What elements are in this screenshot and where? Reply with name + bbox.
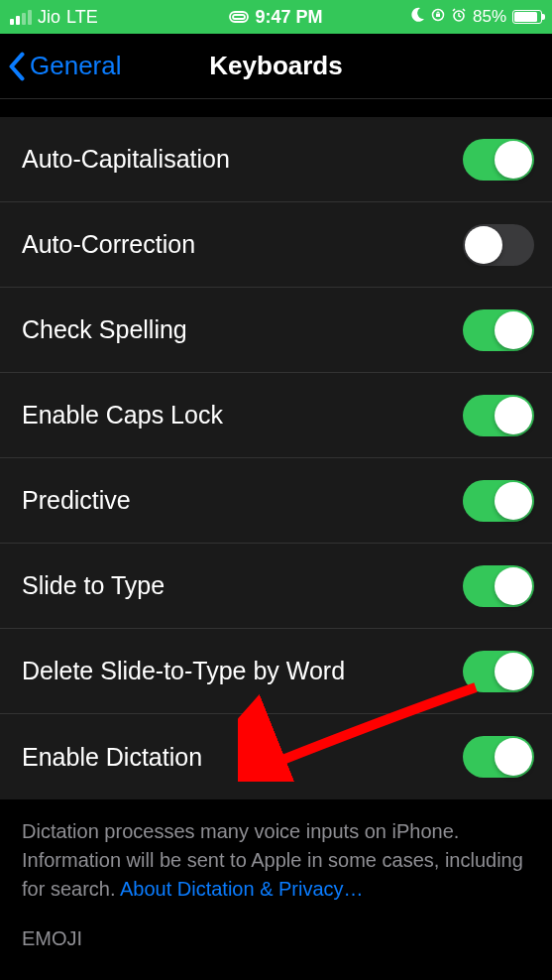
- back-label: General: [30, 51, 122, 81]
- battery-pct: 85%: [473, 7, 506, 27]
- setting-label: Predictive: [22, 486, 131, 515]
- signal-icon: [10, 10, 32, 25]
- setting-label: Slide to Type: [22, 571, 165, 600]
- status-right: 85%: [323, 7, 542, 28]
- setting-delete-slide-to-type[interactable]: Delete Slide-to-Type by Word: [0, 629, 552, 714]
- setting-label: Enable Caps Lock: [22, 401, 223, 429]
- battery-icon: [512, 10, 542, 24]
- nav-bar: General Keyboards: [0, 34, 552, 99]
- setting-label: Auto-Correction: [22, 230, 195, 259]
- setting-predictive[interactable]: Predictive: [0, 458, 552, 544]
- section-header-cutoff: EMOJI: [0, 904, 552, 950]
- toggle-switch[interactable]: [463, 139, 534, 181]
- chevron-left-icon: [8, 52, 26, 81]
- time-label: 9:47 PM: [255, 7, 322, 28]
- lock-icon: [431, 7, 445, 27]
- network-label: LTE: [66, 7, 98, 28]
- hotspot-icon: [229, 7, 249, 28]
- carrier-label: Jio: [38, 7, 60, 28]
- alarm-icon: [451, 7, 467, 28]
- setting-slide-to-type[interactable]: Slide to Type: [0, 544, 552, 629]
- setting-check-spelling[interactable]: Check Spelling: [0, 288, 552, 373]
- setting-auto-capitalisation[interactable]: Auto-Capitalisation: [0, 117, 552, 202]
- toggle-switch[interactable]: [463, 651, 534, 692]
- toggle-switch[interactable]: [463, 480, 534, 522]
- dictation-privacy-link[interactable]: About Dictation & Privacy…: [120, 878, 364, 900]
- toggle-switch[interactable]: [463, 565, 534, 607]
- toggle-switch[interactable]: [463, 736, 534, 778]
- setting-label: Auto-Capitalisation: [22, 145, 230, 174]
- toggle-switch[interactable]: [463, 309, 534, 351]
- back-button[interactable]: General: [0, 51, 122, 81]
- setting-enable-caps-lock[interactable]: Enable Caps Lock: [0, 373, 552, 458]
- moon-icon: [409, 7, 425, 28]
- status-center: 9:47 PM: [229, 7, 322, 28]
- setting-label: Check Spelling: [22, 315, 187, 344]
- dictation-footer: Dictation processes many voice inputs on…: [0, 799, 552, 904]
- setting-label: Enable Dictation: [22, 743, 202, 772]
- toggle-switch[interactable]: [463, 224, 534, 266]
- setting-label: Delete Slide-to-Type by Word: [22, 657, 345, 685]
- setting-auto-correction[interactable]: Auto-Correction: [0, 202, 552, 288]
- status-bar: Jio LTE 9:47 PM 85%: [0, 0, 552, 34]
- toggle-switch[interactable]: [463, 395, 534, 436]
- settings-list: Auto-Capitalisation Auto-Correction Chec…: [0, 117, 552, 799]
- status-left: Jio LTE: [10, 7, 229, 28]
- setting-enable-dictation[interactable]: Enable Dictation: [0, 714, 552, 799]
